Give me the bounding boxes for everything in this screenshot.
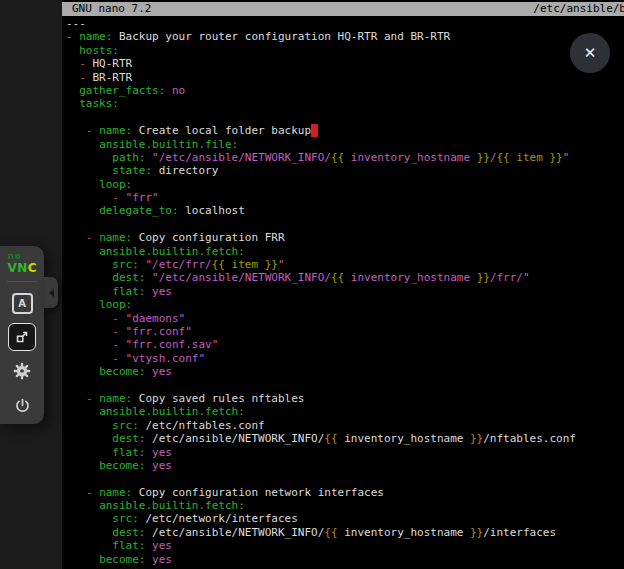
terminal-content: ---- name: Backup your router configurat… — [66, 17, 624, 566]
terminal-line: - HQ-RTR — [66, 57, 624, 70]
terminal-line: - "frr.conf" — [66, 325, 624, 338]
terminal-line: tasks: — [66, 97, 624, 110]
vnc-control-panel: no VNC A — [0, 246, 44, 424]
terminal-line: dest: "/etc/ansible/NETWORK_INFO/{{ inve… — [66, 271, 624, 284]
terminal-line: src: /etc/nftables.conf — [66, 419, 624, 432]
terminal-line: - name: Copy configuration FRR — [66, 231, 624, 244]
terminal-line: become: yes — [66, 459, 624, 472]
control-bar-handle[interactable] — [44, 277, 58, 308]
close-button[interactable]: ✕ — [570, 33, 610, 73]
terminal-line: - name: Copy configuration network inter… — [66, 486, 624, 499]
terminal-line — [66, 472, 624, 485]
terminal-line: flat: yes — [66, 285, 624, 298]
terminal-line: loop: — [66, 298, 624, 311]
terminal-line: --- — [66, 17, 624, 30]
nano-titlebar: GNU nano 7.2 /etc/ansible/b — [62, 2, 624, 16]
settings-button[interactable] — [8, 357, 36, 385]
terminal-line: - name: Copy saved rules nftables — [66, 392, 624, 405]
terminal-line: - BR-RTR — [66, 71, 624, 84]
terminal-line: flat: yes — [66, 539, 624, 552]
novnc-logo-no: no — [7, 251, 36, 261]
terminal-line: state: directory — [66, 164, 624, 177]
terminal-line: src: "/etc/frr/{{ item }}" — [66, 258, 624, 271]
terminal-line: delegate_to: localhost — [66, 204, 624, 217]
terminal-line: become: yes — [66, 365, 624, 378]
terminal[interactable]: GNU nano 7.2 /etc/ansible/b ---- name: B… — [62, 0, 624, 569]
terminal-line — [66, 218, 624, 231]
terminal-line: dest: /etc/ansible/NETWORK_INFO/{{ inven… — [66, 432, 624, 445]
terminal-line: path: "/etc/ansible/NETWORK_INFO/{{ inve… — [66, 151, 624, 164]
fullscreen-icon — [13, 328, 31, 346]
terminal-line: ansible.builtin.file: — [66, 138, 624, 151]
triangle-left-icon — [49, 289, 54, 297]
terminal-line: gather_facts: no — [66, 84, 624, 97]
novnc-logo: no VNC — [7, 251, 36, 275]
terminal-line: dest: /etc/ansible/NETWORK_INFO/{{ inven… — [66, 526, 624, 539]
terminal-line: ansible.builtin.fetch: — [66, 245, 624, 258]
vnc-sidebar: no VNC A — [0, 0, 62, 569]
terminal-line: become: yes — [66, 553, 624, 566]
terminal-line: - name: Backup your router configuration… — [66, 30, 624, 43]
gear-icon — [12, 361, 32, 381]
terminal-line: src: /etc/network/interfaces — [66, 512, 624, 525]
nano-file-path: /etc/ansible/b — [533, 2, 624, 16]
terminal-line: - "frr" — [66, 191, 624, 204]
terminal-line: - "vtysh.conf" — [66, 352, 624, 365]
terminal-line — [66, 379, 624, 392]
novnc-logo-c: C — [28, 261, 37, 275]
panel-divider — [7, 281, 37, 282]
terminal-line: ansible.builtin.fetch: — [66, 405, 624, 418]
terminal-line: - "frr.conf.sav" — [66, 338, 624, 351]
keyboard-a-icon: A — [12, 293, 33, 314]
novnc-logo-vn: VN — [7, 261, 27, 275]
fullscreen-button[interactable] — [8, 323, 36, 351]
extra-keys-button[interactable]: A — [8, 289, 36, 317]
terminal-line: - "daemons" — [66, 312, 624, 325]
close-icon: ✕ — [584, 44, 597, 62]
terminal-line: flat: yes — [66, 446, 624, 459]
nano-version-label: GNU nano 7.2 — [72, 2, 151, 16]
terminal-line: hosts: — [66, 44, 624, 57]
terminal-line: ansible.builtin.fetch: — [66, 499, 624, 512]
disconnect-button[interactable] — [8, 391, 36, 419]
power-icon — [13, 396, 32, 415]
terminal-line: loop: — [66, 178, 624, 191]
terminal-line — [66, 111, 624, 124]
terminal-line: - name: Create local folder backup — [66, 124, 624, 137]
